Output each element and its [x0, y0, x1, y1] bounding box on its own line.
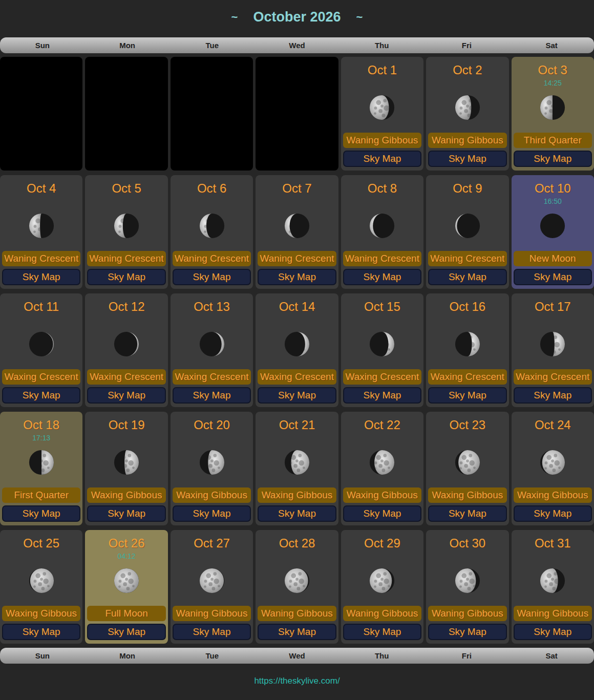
phase-time	[256, 197, 338, 208]
weekday-label: Tue	[169, 41, 254, 50]
weekday-label: Wed	[254, 41, 340, 50]
sky-map-button[interactable]: Sky Map	[87, 387, 165, 404]
sky-map-button[interactable]: Sky Map	[514, 624, 592, 640]
day-date: Oct 30	[426, 536, 508, 550]
phase-time	[426, 434, 508, 445]
day-date: Oct 16	[426, 300, 508, 314]
sky-map-button[interactable]: Sky Map	[258, 505, 336, 522]
sky-map-button[interactable]: Sky Map	[514, 387, 592, 404]
phase-label-button[interactable]: Third Quarter	[514, 133, 592, 148]
phase-label-button[interactable]: Waxing Crescent	[514, 369, 592, 385]
phase-label-button[interactable]: Waning Crescent	[87, 251, 165, 266]
moon-phase-image	[341, 449, 423, 476]
sky-map-button[interactable]: Sky Map	[2, 624, 80, 640]
phase-label-button[interactable]: Waxing Gibbous	[87, 487, 165, 503]
sky-map-button[interactable]: Sky Map	[514, 505, 592, 522]
day-date: Oct 7	[256, 181, 338, 196]
moon-phase-image	[85, 449, 167, 476]
moon-phase-image	[0, 567, 82, 594]
sky-map-button[interactable]: Sky Map	[258, 387, 336, 404]
phase-label-button[interactable]: Waning Crescent	[2, 251, 80, 266]
day-date: Oct 1	[341, 63, 423, 77]
day-date: Oct 10	[512, 181, 594, 196]
day-cell: Oct 20Waxing GibbousSky Map	[171, 412, 253, 525]
sky-map-button[interactable]: Sky Map	[428, 269, 506, 285]
phase-label-button[interactable]: Waxing Gibbous	[514, 487, 592, 503]
sky-map-button[interactable]: Sky Map	[514, 151, 592, 167]
day-cell: Oct 22Waxing GibbousSky Map	[341, 412, 423, 525]
moon-phase-image	[341, 213, 423, 239]
phase-label-button[interactable]: Waning Gibbous	[428, 133, 506, 148]
phase-label-button[interactable]: Full Moon	[87, 606, 165, 621]
sky-map-button[interactable]: Sky Map	[173, 269, 251, 285]
day-date: Oct 23	[426, 418, 508, 432]
sky-map-button[interactable]: Sky Map	[343, 624, 421, 640]
phase-label-button[interactable]: Waxing Crescent	[2, 369, 80, 385]
phase-label-button[interactable]: Waxing Crescent	[173, 369, 251, 385]
moon-phase-image	[341, 567, 423, 594]
phase-label-button[interactable]: New Moon	[514, 251, 592, 266]
sky-map-button[interactable]: Sky Map	[258, 269, 336, 285]
phase-label-button[interactable]: Waning Crescent	[173, 251, 251, 266]
sky-map-button[interactable]: Sky Map	[87, 505, 165, 522]
sky-map-button[interactable]: Sky Map	[173, 387, 251, 404]
weekday-header-bar: SunMonTueWedThuFriSat	[0, 37, 594, 53]
weekday-label: Thu	[340, 651, 425, 660]
day-cell: Oct 30Waning GibbousSky Map	[426, 530, 508, 644]
sky-map-button[interactable]: Sky Map	[2, 269, 80, 285]
phase-label-button[interactable]: Waxing Crescent	[343, 369, 421, 385]
moon-phase-image	[341, 94, 423, 121]
sky-map-button[interactable]: Sky Map	[428, 505, 506, 522]
sky-map-button[interactable]: Sky Map	[428, 387, 506, 404]
phase-label-button[interactable]: Waning Gibbous	[173, 606, 251, 621]
phase-label-button[interactable]: Waning Crescent	[343, 251, 421, 266]
sky-map-button[interactable]: Sky Map	[2, 387, 80, 404]
phase-label-button[interactable]: Waning Crescent	[258, 251, 336, 266]
sky-map-button[interactable]: Sky Map	[173, 624, 251, 640]
day-date: Oct 21	[256, 418, 338, 432]
phase-time	[426, 197, 508, 208]
phase-label-button[interactable]: Waxing Gibbous	[2, 606, 80, 621]
phase-label-button[interactable]: Waxing Crescent	[428, 369, 506, 385]
sky-map-button[interactable]: Sky Map	[258, 624, 336, 640]
sky-map-button[interactable]: Sky Map	[87, 269, 165, 285]
phase-label-button[interactable]: Waxing Gibbous	[258, 487, 336, 503]
sky-map-button[interactable]: Sky Map	[343, 387, 421, 404]
sky-map-button[interactable]: Sky Map	[87, 624, 165, 640]
moon-phase-image	[0, 213, 82, 239]
day-cell: Oct 4Waning CrescentSky Map	[0, 175, 82, 289]
sky-map-button[interactable]: Sky Map	[343, 151, 421, 167]
sky-map-button[interactable]: Sky Map	[428, 151, 506, 167]
phase-label-button[interactable]: Waning Gibbous	[343, 133, 421, 148]
page-title-text: October 2026	[253, 9, 341, 25]
day-cell: Oct 17Waxing CrescentSky Map	[512, 293, 594, 407]
phase-label-button[interactable]: Waxing Gibbous	[173, 487, 251, 503]
day-cell: Oct 29Waning GibbousSky Map	[341, 530, 423, 644]
moon-phase-image	[256, 567, 338, 594]
phase-label-button[interactable]: First Quarter	[2, 487, 80, 503]
sky-map-button[interactable]: Sky Map	[343, 505, 421, 522]
weekday-label: Thu	[340, 41, 425, 50]
calendar-grid: Oct 1Waning GibbousSky MapOct 2Waning Gi…	[0, 57, 594, 644]
weekday-label: Mon	[85, 651, 170, 660]
phase-label-button[interactable]: Waning Gibbous	[514, 606, 592, 621]
moon-phase-image	[85, 331, 167, 357]
sky-map-button[interactable]: Sky Map	[428, 624, 506, 640]
phase-label-button[interactable]: Waning Gibbous	[258, 606, 336, 621]
phase-label-button[interactable]: Waning Crescent	[428, 251, 506, 266]
phase-label-button[interactable]: Waxing Crescent	[258, 369, 336, 385]
phase-label-button[interactable]: Waxing Crescent	[87, 369, 165, 385]
day-date: Oct 5	[85, 181, 167, 196]
phase-label-button[interactable]: Waxing Gibbous	[428, 487, 506, 503]
sky-map-button[interactable]: Sky Map	[2, 505, 80, 522]
phase-label-button[interactable]: Waning Gibbous	[428, 606, 506, 621]
phase-time	[0, 552, 82, 563]
sky-map-button[interactable]: Sky Map	[173, 505, 251, 522]
site-link[interactable]: https://theskylive.com/	[0, 676, 594, 686]
phase-label-button[interactable]: Waning Gibbous	[343, 606, 421, 621]
day-cell: Oct 2604:12Full MoonSky Map	[85, 530, 167, 644]
phase-label-button[interactable]: Waxing Gibbous	[343, 487, 421, 503]
sky-map-button[interactable]: Sky Map	[514, 269, 592, 285]
day-cell: Oct 21Waxing GibbousSky Map	[256, 412, 338, 525]
sky-map-button[interactable]: Sky Map	[343, 269, 421, 285]
